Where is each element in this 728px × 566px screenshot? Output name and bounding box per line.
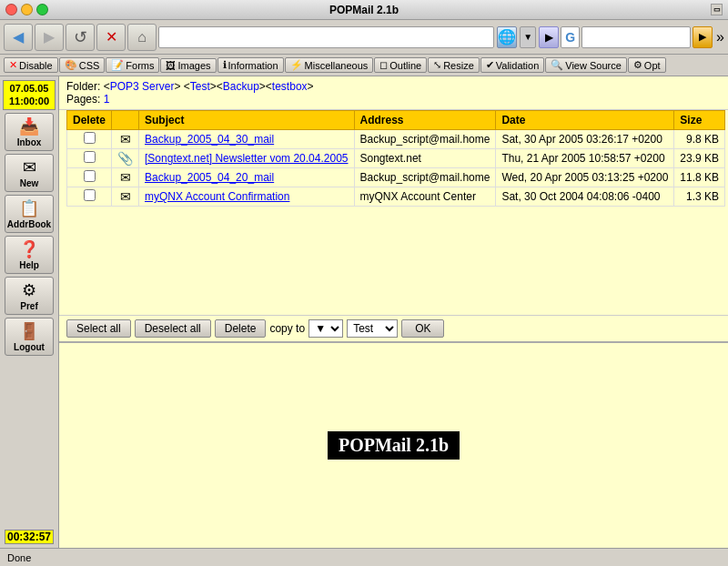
table-row[interactable]: ✉Backup_2005_04_30_mailBackup_script@mai… — [67, 130, 725, 149]
content-area: Folder: <POP3 Server> <Test><Backup><tes… — [59, 76, 728, 548]
mail-date: Sat, 30 Oct 2004 04:08:06 -0400 — [496, 187, 674, 207]
images-icon: 🖼 — [166, 60, 176, 71]
deselect-all-button[interactable]: Deselect all — [135, 319, 211, 338]
address-globe-icon[interactable]: 🌐 — [497, 26, 517, 48]
view-source-button[interactable]: 🔍 View Source — [545, 57, 627, 73]
search-input[interactable] — [581, 26, 691, 48]
mail-icon-cell: ✉ — [112, 130, 139, 149]
css-button[interactable]: 🎨 CSS — [59, 57, 106, 73]
address-dropdown-button[interactable]: ▼ — [520, 26, 536, 48]
mail-subject[interactable]: Backup_2005_04_20_mail — [139, 168, 354, 187]
pref-button[interactable]: ⚙ Pref — [5, 277, 54, 315]
back-button[interactable]: ◀ — [4, 24, 33, 51]
reload-button[interactable]: ↺ — [66, 24, 95, 51]
copy-to-select[interactable]: ▼ — [308, 319, 343, 338]
logout-button[interactable]: 🚪 Logout — [5, 318, 54, 356]
disable-button[interactable]: ✕ Disable — [4, 57, 58, 73]
close-button[interactable] — [5, 4, 17, 15]
resize-button[interactable]: ▭ — [711, 4, 723, 15]
date-time-display: 07.05.05 11:00:00 — [3, 80, 56, 110]
backup-link[interactable]: Backup — [223, 80, 259, 93]
mail-subject[interactable]: [Songtext.net] Newsletter vom 20.04.2005 — [139, 149, 354, 168]
delete-checkbox[interactable] — [84, 170, 96, 182]
information-icon: ℹ — [223, 59, 227, 71]
forms-icon: 📝 — [111, 59, 124, 71]
mail-table-container: Delete Subject Address Date Size ✉Backup… — [59, 110, 728, 315]
delete-checkbox-cell[interactable] — [67, 149, 112, 168]
miscellaneous-button[interactable]: ⚡ Miscellaneous — [285, 57, 374, 73]
mail-size: 23.9 KB — [674, 149, 725, 168]
google-search-icon: G — [561, 26, 580, 48]
delete-checkbox[interactable] — [84, 151, 96, 163]
col-address[interactable]: Address — [354, 111, 496, 130]
search-container: G ▶ — [561, 26, 713, 48]
table-row[interactable]: ✉myQNX Account ConfirmationmyQNX Account… — [67, 187, 725, 207]
brand-label: POPMail 2.1b — [328, 431, 460, 460]
table-row[interactable]: 📎[Songtext.net] Newsletter vom 20.04.200… — [67, 149, 725, 168]
address-bar-container: 🌐 ▼ ▶ — [158, 26, 559, 48]
minimize-button[interactable] — [21, 4, 33, 15]
test-link[interactable]: Test — [190, 80, 210, 93]
mail-subject[interactable]: Backup_2005_04_30_mail — [139, 130, 354, 149]
forms-button[interactable]: 📝 Forms — [106, 57, 159, 73]
address-go-button[interactable]: ▶ — [539, 26, 559, 48]
status-bar: Done — [0, 548, 728, 566]
mail-size: 11.8 KB — [674, 168, 725, 187]
copy-to-label: copy to — [269, 322, 305, 335]
col-date[interactable]: Date — [496, 111, 674, 130]
home-button[interactable]: ⌂ — [127, 24, 157, 51]
delete-checkbox-cell[interactable] — [67, 130, 112, 149]
testbox-link[interactable]: testbox — [272, 80, 308, 93]
delete-checkbox[interactable] — [84, 189, 96, 201]
information-button[interactable]: ℹ Information — [217, 57, 284, 73]
elapsed-time: 00:32:57 — [5, 530, 54, 544]
delete-button[interactable]: Delete — [215, 319, 267, 338]
table-row[interactable]: ✉Backup_2005_04_20_mailBackup_script@mai… — [67, 168, 725, 187]
stop-button[interactable]: ✕ — [96, 24, 126, 51]
images-button[interactable]: 🖼 Images — [160, 58, 216, 73]
new-button[interactable]: ✉ New — [5, 154, 54, 192]
resize-icon: ⤡ — [433, 59, 441, 71]
col-delete: Delete — [67, 111, 112, 130]
title-bar: POPMail 2.1b ▭ — [0, 0, 728, 20]
mail-icon-cell: 📎 — [112, 149, 139, 168]
help-button[interactable]: ❓ Help — [5, 236, 54, 274]
outline-button[interactable]: ◻ Outline — [374, 57, 427, 73]
options-button[interactable]: ⚙ Opt — [628, 57, 666, 73]
server-link[interactable]: POP3 Server — [110, 80, 175, 93]
ok-button[interactable]: OK — [401, 319, 444, 338]
mail-subject[interactable]: myQNX Account Confirmation — [139, 187, 354, 207]
delete-checkbox[interactable] — [84, 132, 96, 144]
search-go-button[interactable]: ▶ — [693, 26, 713, 48]
address-input[interactable] — [158, 26, 494, 48]
inbox-button[interactable]: 📥 Inbox — [5, 113, 54, 151]
col-size[interactable]: Size — [674, 111, 725, 130]
delete-checkbox-cell[interactable] — [67, 168, 112, 187]
reload-icon: ↺ — [74, 27, 87, 47]
addrbook-button[interactable]: 📋 AddrBook — [5, 195, 54, 233]
mail-date: Sat, 30 Apr 2005 03:26:17 +0200 — [496, 130, 674, 149]
help-icon: ❓ — [19, 239, 39, 259]
resize-button[interactable]: ⤡ Resize — [428, 57, 480, 73]
mail-table: Delete Subject Address Date Size ✉Backup… — [66, 110, 725, 207]
select-all-button[interactable]: Select all — [66, 319, 131, 338]
back-icon: ◀ — [13, 28, 24, 45]
forward-button[interactable]: ▶ — [35, 24, 64, 51]
mail-icon-cell: ✉ — [112, 168, 139, 187]
nav-options-button[interactable]: » — [716, 29, 724, 45]
addrbook-icon: 📋 — [19, 198, 39, 218]
destination-folder-select[interactable]: TestInboxSent — [347, 319, 398, 338]
col-subject[interactable]: Subject — [139, 111, 354, 130]
delete-checkbox-cell[interactable] — [67, 187, 112, 207]
maximize-button[interactable] — [36, 4, 48, 15]
page-1-link[interactable]: 1 — [104, 93, 110, 106]
miscellaneous-icon: ⚡ — [290, 59, 303, 71]
main-area: 07.05.05 11:00:00 📥 Inbox ✉ New 📋 AddrBo… — [0, 76, 728, 548]
validation-icon: ✔ — [486, 59, 494, 71]
mail-date: Thu, 21 Apr 2005 10:58:57 +0200 — [496, 149, 674, 168]
new-mail-icon: ✉ — [23, 157, 36, 177]
css-icon: 🎨 — [65, 59, 77, 71]
validation-button[interactable]: ✔ Validation — [480, 57, 545, 73]
options-icon: ⚙ — [633, 59, 642, 71]
mail-icon-cell: ✉ — [112, 187, 139, 207]
